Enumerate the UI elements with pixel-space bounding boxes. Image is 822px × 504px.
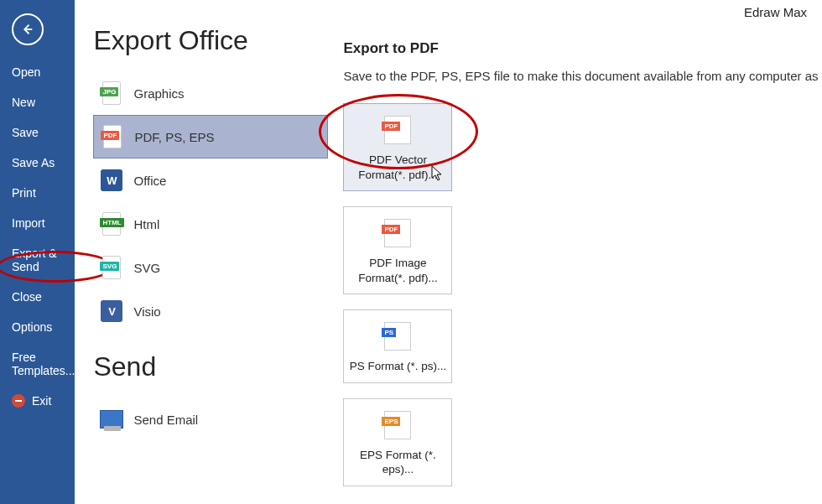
send-item-label: Send Email [133, 413, 198, 427]
back-button[interactable] [12, 13, 44, 45]
right-heading: Export to PDF [343, 40, 822, 57]
sidebar-item-close[interactable]: Close [0, 282, 75, 312]
sidebar-item-options[interactable]: Options [0, 312, 75, 342]
tile-label: PDF Image Format(*. pdf)... [347, 256, 448, 285]
sidebar-item-open[interactable]: Open [0, 57, 75, 87]
export-item-label: Visio [133, 304, 160, 319]
pdf-icon: PDF [384, 219, 411, 247]
export-item-label: Graphics [133, 86, 184, 101]
tile-label: EPS Format (*. eps)... [347, 448, 448, 477]
sidebar-item-save-as[interactable]: Save As [0, 148, 75, 178]
tile-column: PDF PDF Vector Format(*. pdf)... PDF PDF… [343, 103, 822, 486]
pdf-icon: PDF [101, 125, 124, 148]
export-item-label: Html [133, 217, 159, 231]
word-icon: W [100, 169, 123, 192]
export-item-label: Office [133, 174, 166, 188]
visio-icon: V [100, 299, 123, 323]
export-item-label: SVG [133, 261, 160, 275]
tile-pdf-vector[interactable]: PDF PDF Vector Format(*. pdf)... [343, 103, 452, 191]
sidebar-item-exit[interactable]: Exit [0, 386, 75, 416]
export-item-visio[interactable]: V Visio [93, 289, 328, 333]
tile-label: PDF Vector Format(*. pdf)... [347, 153, 448, 182]
app-title: Edraw Max [744, 5, 807, 19]
sidebar-item-save[interactable]: Save [0, 117, 75, 148]
svg-icon: SVG [100, 256, 123, 279]
middle-pane: Export Office JPG Graphics PDF PDF, PS, … [75, 0, 326, 504]
export-item-office[interactable]: W Office [93, 158, 328, 202]
sidebar-item-label: Exit [32, 394, 51, 408]
export-item-html[interactable]: HTML Html [93, 202, 328, 246]
tile-eps[interactable]: EPS EPS Format (*. eps)... [343, 398, 452, 486]
html-icon: HTML [100, 212, 123, 236]
tile-ps[interactable]: PS PS Format (*. ps)... [343, 309, 452, 383]
tile-pdf-image[interactable]: PDF PDF Image Format(*. pdf)... [343, 206, 452, 294]
tile-label: PS Format (*. ps)... [347, 359, 448, 374]
send-email-icon [100, 408, 123, 431]
sidebar: Open New Save Save As Print Import Expor… [0, 0, 75, 504]
exit-icon [12, 394, 25, 408]
send-heading: Send [93, 351, 326, 382]
export-item-graphics[interactable]: JPG Graphics [93, 71, 328, 115]
jpg-icon: JPG [100, 81, 123, 105]
sidebar-item-print[interactable]: Print [0, 178, 75, 208]
export-item-svg[interactable]: SVG SVG [93, 246, 328, 289]
right-pane: Export to PDF Save to the PDF, PS, EPS f… [326, 0, 822, 504]
app-root: Edraw Max Open New Save Save As Print Im… [0, 0, 822, 504]
export-item-label: PDF, PS, EPS [134, 130, 214, 144]
right-description: Save to the PDF, PS, EPS file to make th… [343, 69, 822, 83]
sidebar-item-export-send[interactable]: Export & Send [0, 238, 75, 282]
sidebar-item-new[interactable]: New [0, 87, 75, 117]
eps-icon: EPS [384, 411, 411, 439]
back-arrow-icon [20, 22, 35, 37]
send-item-email[interactable]: Send Email [93, 397, 328, 441]
sidebar-item-import[interactable]: Import [0, 208, 75, 238]
pdf-icon: PDF [384, 116, 411, 144]
export-heading: Export Office [93, 25, 326, 56]
ps-icon: PS [384, 322, 411, 351]
sidebar-item-free-templates[interactable]: Free Templates... [0, 342, 75, 386]
export-item-pdf-ps-eps[interactable]: PDF PDF, PS, EPS [93, 115, 328, 158]
